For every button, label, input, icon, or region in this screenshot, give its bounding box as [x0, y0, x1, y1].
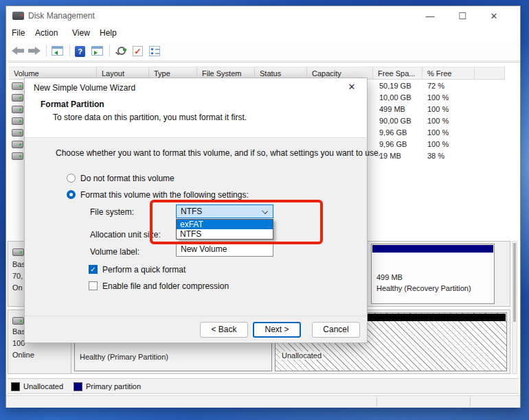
minimize-button[interactable]: —: [419, 9, 441, 23]
free-space-value: 499 MB: [379, 105, 405, 113]
pct-free-value: 100 %: [427, 117, 449, 125]
statusbar-separator: [376, 397, 377, 407]
free-space-value: 9,96 GB: [379, 140, 407, 148]
next-button[interactable]: Next >: [253, 322, 301, 338]
pct-free-value: 100 %: [427, 140, 449, 148]
toolbar-separator: [69, 45, 70, 57]
drive-icon: [12, 117, 23, 125]
recovery-partition-block[interactable]: 499 MB Healthy (Recovery Partition): [371, 244, 495, 304]
disk-status: Online: [12, 351, 34, 359]
wizard-intro-text: Choose whether you want to format this v…: [56, 148, 381, 158]
footer-divider: [25, 316, 367, 316]
file-system-label: File system:: [90, 207, 134, 217]
disk-icon: [12, 317, 24, 325]
disk-icon: [12, 248, 24, 256]
console-tree-icon[interactable]: [52, 46, 63, 56]
free-space-value: 90,00 GB: [379, 117, 411, 125]
volume-label-label: Volume label:: [90, 247, 139, 257]
disk-status: On: [12, 283, 23, 292]
menu-bar: File Action View Help: [6, 25, 520, 42]
quick-format-checkbox[interactable]: ✓: [89, 265, 98, 274]
back-button[interactable]: < Back: [200, 322, 248, 338]
drive-icon: [12, 141, 23, 148]
toolbar: ? ✓: [6, 42, 520, 61]
titlebar[interactable]: Disk Management — ☐ ✕: [6, 6, 520, 25]
volume-label-input[interactable]: New Volume: [176, 242, 273, 257]
red-highlight-box: [150, 200, 323, 244]
legend-bar: Unallocated Primary partition: [8, 378, 519, 394]
pct-free-value: 100 %: [427, 105, 449, 113]
toolbar-separator: [46, 45, 47, 57]
pct-free-value: 100 %: [427, 128, 449, 137]
free-space-value: 10,00 GB: [379, 93, 411, 102]
compression-checkbox[interactable]: [89, 281, 98, 290]
wizard-close-icon[interactable]: ✕: [345, 82, 359, 92]
radio-do-not-format[interactable]: [67, 174, 76, 183]
partition-color-bar: [372, 245, 493, 253]
wizard-step-heading: Format Partition: [41, 100, 104, 109]
partition-status: Healthy (Recovery Partition): [376, 284, 471, 292]
wizard-title: New Simple Volume Wizard: [34, 83, 135, 93]
column-header-blank[interactable]: [475, 67, 505, 80]
wizard-header: New Simple Volume Wizard ✕ Format Partit…: [25, 78, 367, 138]
app-icon: [12, 12, 24, 20]
search-icon[interactable]: [115, 46, 126, 56]
menu-file[interactable]: File: [12, 28, 25, 38]
partition-status: Healthy (Primary Partition): [80, 353, 168, 361]
drive-icon: [12, 94, 23, 102]
drive-icon: [12, 129, 23, 137]
drive-icon: [12, 152, 23, 160]
radio-do-not-format-label[interactable]: Do not format this volume: [80, 174, 175, 183]
back-icon[interactable]: [12, 47, 24, 55]
column-header-pct-free[interactable]: % Free: [423, 67, 475, 80]
quick-format-label[interactable]: Perform a quick format: [102, 265, 185, 275]
drive-icon: [12, 82, 23, 90]
cancel-button[interactable]: Cancel: [312, 322, 360, 338]
radio-format-volume[interactable]: [67, 190, 76, 199]
menu-view[interactable]: View: [72, 28, 90, 38]
disk-size: 70,: [12, 272, 23, 280]
status-bar: [6, 395, 520, 408]
disk-size: 100: [12, 339, 25, 347]
close-button[interactable]: ✕: [483, 9, 505, 23]
menu-help[interactable]: Help: [100, 28, 117, 38]
forward-icon[interactable]: [28, 47, 41, 55]
free-space-value: 9,96 GB: [379, 128, 407, 137]
compression-label[interactable]: Enable file and folder compression: [102, 281, 229, 291]
column-header-free-space[interactable]: Free Spa...: [373, 67, 423, 80]
action-pane-icon[interactable]: [91, 46, 103, 56]
pct-free-value: 38 %: [427, 152, 444, 160]
drive-icon: [12, 106, 23, 113]
menu-action[interactable]: Action: [35, 28, 58, 38]
free-space-value: 19 MB: [379, 152, 401, 160]
pct-free-value: 72 %: [427, 82, 444, 90]
free-space-value: 50,19 GB: [379, 82, 411, 90]
unallocated-swatch: [11, 382, 20, 391]
wizard-step-subheading: To store data on this partition, you mus…: [53, 113, 247, 122]
vertical-scrollbar[interactable]: [512, 241, 517, 374]
partition-size: 499 MB: [376, 273, 403, 281]
primary-partition-swatch: [74, 382, 82, 391]
radio-format-volume-label[interactable]: Format this volume with the following se…: [80, 190, 249, 200]
check-disk-icon[interactable]: ✓: [133, 46, 143, 56]
help-icon[interactable]: ?: [75, 46, 85, 57]
statusbar-separator: [470, 397, 471, 407]
scrollbar-thumb[interactable]: [513, 243, 516, 322]
legend-primary-label: Primary partition: [86, 382, 141, 390]
maximize-button[interactable]: ☐: [451, 9, 473, 23]
toolbar-separator: [109, 45, 110, 57]
window-title: Disk Management: [28, 11, 95, 21]
legend-unallocated-label: Unallocated: [23, 382, 63, 390]
partition-status: Unallocated: [280, 351, 323, 360]
pct-free-value: 100 %: [427, 93, 449, 102]
checklist-icon[interactable]: [149, 46, 160, 56]
